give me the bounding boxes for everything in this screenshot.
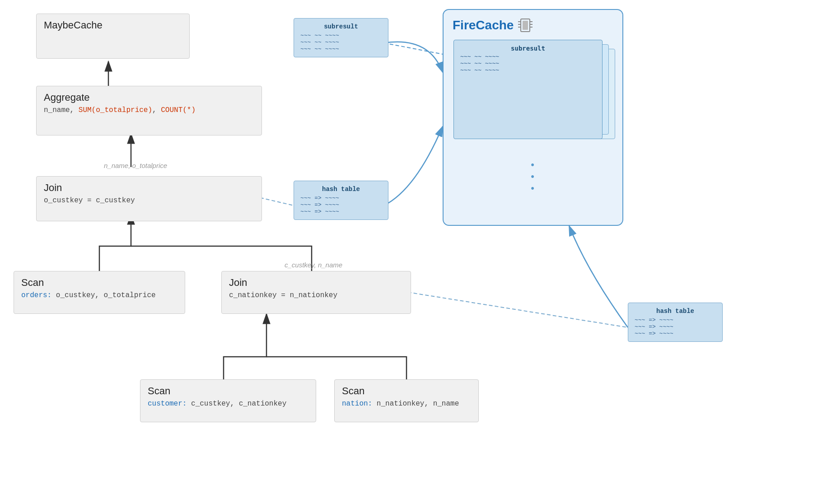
svg-rect-9 — [523, 21, 528, 30]
hash-table-bottom-title: hash table — [635, 308, 716, 315]
scan-orders-node: Scan orders: o_custkey, o_totalprice — [14, 271, 185, 314]
subresult-top-row2: ~~~ ~~ ~~~~ — [300, 39, 382, 46]
scan-nation-body: nation: n_nationkey, n_name — [342, 400, 471, 408]
scan-orders-body: orders: o_custkey, o_totalprice — [21, 291, 178, 299]
subresult-top-row3: ~~~ ~~ ~~~~ — [300, 46, 382, 52]
subresult-top-row1: ~~~ ~~ ~~~~ — [300, 32, 382, 39]
maybecache-title: MaybeCache — [44, 19, 182, 31]
diagram: MaybeCache Aggregate n_name, SUM(o_total… — [0, 0, 813, 504]
scan-orders-title: Scan — [21, 277, 178, 289]
arrows-layer — [0, 0, 813, 504]
chip-icon — [518, 17, 533, 33]
join-bottom-title: Join — [229, 277, 403, 289]
flow-label-aggregate-join: n_name, o_totalprice — [104, 162, 167, 169]
firecache-card-row2: ~~~ ~~ ~~~~ — [460, 60, 596, 66]
hash-table-bottom-row3: ~~~ => ~~~~ — [635, 330, 716, 337]
join-bottom-body: c_nationkey = n_nationkey — [229, 291, 403, 299]
flow-label-join-bottom: c_custkey, n_name — [285, 261, 342, 269]
aggregate-body: n_name, SUM(o_totalprice), COUNT(*) — [44, 106, 254, 114]
scan-customer-body: customer: c_custkey, c_nationkey — [148, 400, 308, 408]
subresult-top-title: subresult — [300, 23, 382, 30]
aggregate-node: Aggregate n_name, SUM(o_totalprice), COU… — [36, 86, 262, 135]
scan-customer-node: Scan customer: c_custkey, c_nationkey — [140, 379, 316, 422]
subresult-top-box: subresult ~~~ ~~ ~~~~ ~~~ ~~ ~~~~ ~~~ ~~… — [294, 18, 388, 57]
hash-table-mid-box: hash table ~~~ => ~~~~ ~~~ => ~~~~ ~~~ =… — [294, 181, 388, 220]
aggregate-title: Aggregate — [44, 92, 254, 103]
join-top-title: Join — [44, 182, 254, 194]
hash-table-mid-row2: ~~~ => ~~~~ — [300, 201, 382, 208]
firecache-container: FireCache — [443, 9, 623, 226]
join-top-body: o_custkey = c_custkey — [44, 196, 254, 205]
svg-line-5 — [384, 43, 443, 54]
scan-nation-node: Scan nation: n_nationkey, n_name — [334, 379, 479, 422]
scan-nation-title: Scan — [342, 385, 471, 397]
hash-table-bottom-box: hash table ~~~ => ~~~~ ~~~ => ~~~~ ~~~ =… — [628, 303, 723, 342]
firecache-card-subresult-label: subresult — [460, 45, 596, 52]
hash-table-bottom-row2: ~~~ => ~~~~ — [635, 323, 716, 330]
firecache-card-row1: ~~~ ~~ ~~~~ — [460, 53, 596, 60]
hash-table-bottom-row1: ~~~ => ~~~~ — [635, 317, 716, 323]
join-bottom-node: Join c_nationkey = n_nationkey — [221, 271, 411, 314]
firecache-card-row3: ~~~ ~~ ~~~~ — [460, 66, 596, 73]
scan-customer-title: Scan — [148, 385, 308, 397]
firecache-dots: ••• — [453, 157, 613, 196]
hash-table-mid-row3: ~~~ => ~~~~ — [300, 208, 382, 215]
hash-table-mid-title: hash table — [300, 186, 382, 193]
hash-table-mid-row1: ~~~ => ~~~~ — [300, 195, 382, 201]
svg-line-7 — [402, 291, 628, 327]
firecache-title: FireCache — [453, 17, 613, 33]
join-top-node: Join o_custkey = c_custkey — [36, 176, 262, 221]
maybecache-node: MaybeCache — [36, 14, 190, 59]
